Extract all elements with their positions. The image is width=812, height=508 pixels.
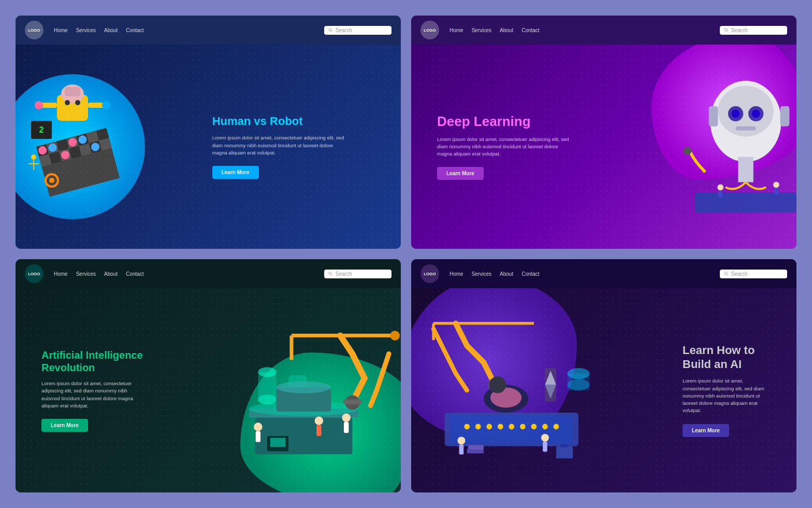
nav-links-2: Home Services About Contact: [450, 27, 709, 33]
card-deep-learning: LOGO Home Services About Contact Search …: [411, 16, 796, 249]
card-ai-revolution: LOGO Home Services About Contact Search …: [16, 259, 401, 492]
ai-revolution-svg: [170, 288, 401, 492]
search-box-4[interactable]: Search: [720, 270, 787, 278]
navbar-2: LOGO Home Services About Contact Search: [411, 16, 796, 45]
nav-contact-3[interactable]: Contact: [126, 271, 143, 277]
svg-point-87: [464, 424, 470, 430]
card-title-1: Human vs Robot: [212, 115, 347, 128]
card-description-1: Lorem ipsum dolor sit amet, consectetuer…: [212, 134, 347, 157]
nav-links-3: Home Services About Contact: [54, 271, 314, 277]
nav-about-1[interactable]: About: [104, 27, 118, 33]
learn-more-button-3[interactable]: Learn More: [41, 419, 88, 432]
svg-point-112: [489, 376, 506, 393]
nav-about-4[interactable]: About: [500, 271, 513, 277]
search-box-3[interactable]: Search: [324, 270, 392, 278]
svg-rect-50: [780, 106, 790, 126]
illustration-3: [170, 288, 401, 492]
nav-services-1[interactable]: Services: [76, 27, 96, 33]
nav-services-3[interactable]: Services: [76, 271, 96, 277]
svg-rect-81: [270, 438, 285, 447]
svg-line-58: [331, 274, 332, 276]
search-input-4[interactable]: Search: [731, 271, 783, 277]
search-input-1[interactable]: Search: [336, 27, 387, 33]
illustration-4: [411, 288, 623, 492]
svg-line-40: [727, 31, 728, 32]
nav-contact-4[interactable]: Contact: [521, 271, 539, 277]
nav-contact-1[interactable]: Contact: [126, 27, 143, 33]
svg-rect-109: [561, 444, 569, 447]
svg-rect-49: [709, 106, 718, 126]
illustration-2: [604, 45, 796, 249]
svg-point-39: [724, 29, 727, 31]
svg-point-93: [531, 424, 537, 430]
learn-more-button-4[interactable]: Learn More: [683, 424, 729, 437]
svg-point-88: [475, 424, 481, 430]
svg-rect-111: [468, 445, 484, 450]
svg-point-92: [520, 424, 526, 430]
navbar-3: LOGO Home Services About Contact Search: [16, 259, 401, 288]
nav-home-3[interactable]: Home: [54, 271, 68, 277]
svg-point-94: [542, 424, 548, 430]
svg-rect-110: [467, 449, 484, 454]
nav-about-2[interactable]: About: [500, 27, 513, 33]
svg-point-73: [342, 414, 350, 422]
learn-more-button-2[interactable]: Learn More: [437, 167, 484, 180]
svg-point-70: [276, 381, 331, 393]
svg-point-90: [498, 424, 503, 430]
card-body-4: Learn How to Build an AI Lorem ipsum dol…: [411, 288, 796, 492]
svg-rect-53: [718, 190, 722, 197]
card-description-2: Lorem ipsum dolor sit amet, consectetuer…: [437, 136, 572, 158]
nav-home-2[interactable]: Home: [450, 27, 463, 33]
svg-point-103: [568, 368, 590, 379]
svg-line-83: [727, 274, 728, 276]
svg-line-1: [331, 31, 332, 32]
card-human-vs-robot: LOGO Home Services About Contact Search: [16, 16, 401, 249]
svg-rect-48: [738, 157, 753, 182]
svg-rect-108: [556, 446, 573, 459]
nav-links-4: Home Services About Contact: [450, 271, 709, 277]
svg-point-57: [329, 272, 331, 275]
search-box-2[interactable]: Search: [720, 26, 787, 35]
svg-rect-105: [459, 444, 464, 454]
text-section-2: Deep Learning Lorem ipsum dolor sit amet…: [422, 103, 587, 191]
card-build-ai: LOGO Home Services About Contact Search: [411, 259, 796, 492]
nav-services-2[interactable]: Services: [472, 27, 491, 33]
svg-rect-47: [736, 126, 756, 131]
svg-point-56: [684, 147, 692, 155]
card-title-4: Learn How to Build an AI: [683, 344, 765, 371]
nav-about-3[interactable]: About: [104, 271, 118, 277]
search-input-3[interactable]: Search: [336, 271, 387, 277]
text-section-4: Learn How to Build an AI Lorem ipsum dol…: [667, 333, 781, 447]
nav-home-1[interactable]: Home: [54, 27, 68, 33]
svg-rect-74: [344, 422, 349, 433]
deep-learning-svg: [604, 45, 796, 249]
nav-services-4[interactable]: Services: [472, 271, 491, 277]
svg-point-106: [541, 434, 549, 442]
card-body-1: 2: [16, 45, 401, 249]
card-description-3: Lorem ipsum dolor sit amet, consectetuer…: [41, 380, 145, 410]
logo-1: LOGO: [25, 21, 44, 39]
svg-point-75: [314, 417, 323, 425]
search-icon-4: [724, 271, 729, 276]
navbar-1: LOGO Home Services About Contact Search: [16, 16, 401, 45]
text-section-1: Human vs Robot Lorem ipsum dolor sit ame…: [197, 104, 363, 189]
learn-more-button-1[interactable]: Learn More: [212, 166, 259, 179]
svg-rect-107: [543, 442, 547, 451]
card-title-2: Deep Learning: [437, 114, 572, 130]
logo-3: LOGO: [25, 264, 44, 283]
search-icon-1: [328, 27, 333, 33]
svg-point-104: [457, 436, 465, 444]
search-box-1[interactable]: Search: [324, 26, 392, 35]
svg-point-0: [329, 29, 331, 31]
search-input-2[interactable]: Search: [731, 27, 783, 33]
svg-rect-72: [255, 431, 260, 442]
svg-point-79: [390, 331, 400, 341]
svg-rect-55: [774, 188, 778, 195]
svg-point-52: [717, 184, 723, 190]
nav-home-4[interactable]: Home: [450, 271, 463, 277]
logo-4: LOGO: [421, 264, 439, 283]
svg-point-89: [486, 424, 492, 430]
navbar-4: LOGO Home Services About Contact Search: [411, 259, 796, 288]
nav-contact-2[interactable]: Contact: [521, 27, 539, 33]
svg-point-95: [554, 424, 559, 430]
